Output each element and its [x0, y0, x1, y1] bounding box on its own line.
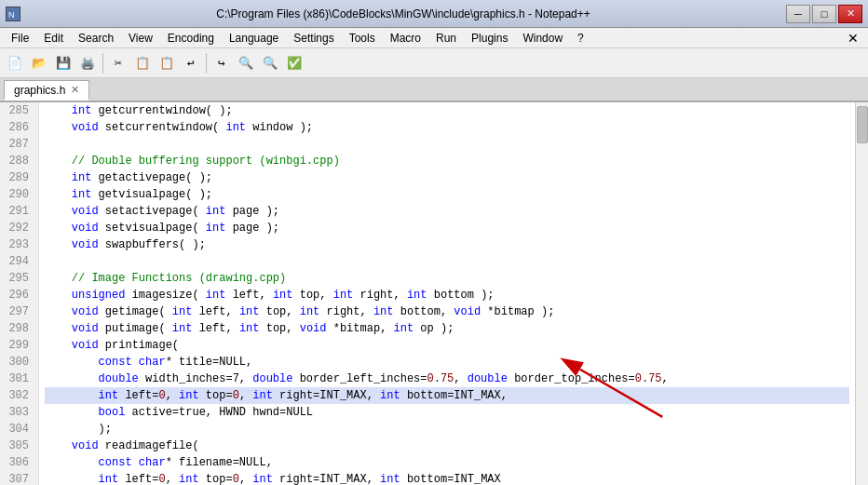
code-token — [45, 102, 72, 119]
code-token: int — [239, 303, 260, 320]
line-number: 298 — [6, 320, 33, 337]
line-number: 300 — [6, 354, 33, 370]
code-token: int — [179, 471, 199, 485]
toolbar-button-11[interactable]: ✅ — [283, 52, 305, 74]
menu-item-encoding[interactable]: Encoding — [160, 30, 222, 47]
code-token: int — [239, 320, 260, 337]
scrollbar[interactable] — [855, 102, 868, 485]
editor-container: 2852862872882892902912922932942952962972… — [0, 102, 868, 485]
code-token: int — [72, 102, 92, 119]
code-token: top, — [292, 287, 332, 303]
code-token: int — [99, 471, 119, 485]
line-number: 302 — [6, 387, 33, 404]
window-title: C:\Program Files (x86)\CodeBlocks\MinGW\… — [20, 7, 786, 20]
code-token: char — [139, 454, 166, 471]
line-number: 291 — [6, 203, 33, 220]
scrollbar-thumb[interactable] — [857, 106, 868, 143]
toolbar-button-0[interactable]: 📄 — [4, 52, 26, 74]
code-token: double — [468, 370, 508, 387]
code-token: bottom, — [394, 303, 454, 320]
maximize-button[interactable]: □ — [812, 5, 836, 23]
code-token: // Double buffering support (winbgi.cpp) — [72, 153, 340, 169]
menu-close-x[interactable]: ✕ — [842, 31, 864, 46]
code-token: bottom ); — [427, 287, 495, 303]
code-token: int — [407, 287, 427, 303]
minimize-button[interactable]: ─ — [786, 5, 810, 23]
code-token: // Image Functions (drawing.cpp) — [72, 270, 286, 287]
menu-item-search[interactable]: Search — [71, 30, 121, 47]
code-line: unsigned imagesize( int left, int top, i… — [45, 287, 849, 303]
code-token: swapbuffers( ); — [99, 236, 206, 253]
toolbar-button-3[interactable]: 🖨️ — [76, 52, 99, 74]
code-token: int — [172, 303, 193, 320]
menu-item-window[interactable]: Window — [515, 30, 570, 47]
menu-item-file[interactable]: File — [4, 30, 36, 47]
menu-item-macro[interactable]: Macro — [383, 30, 428, 47]
toolbar-button-8[interactable]: ↪ — [210, 52, 233, 74]
toolbar-button-7[interactable]: ↩ — [180, 52, 202, 74]
code-token: int — [225, 119, 246, 136]
line-number: 287 — [6, 136, 33, 153]
code-line: void printimage( — [45, 337, 849, 354]
menu-bar: FileEditSearchViewEncodingLanguageSettin… — [0, 28, 868, 48]
code-token — [45, 270, 72, 287]
code-token: void — [300, 320, 327, 337]
code-token: , — [166, 387, 179, 404]
menu-item-tools[interactable]: Tools — [342, 30, 383, 47]
code-token: * filename=NULL, — [166, 454, 273, 471]
code-token: 0 — [233, 471, 239, 485]
menu-item-settings[interactable]: Settings — [286, 30, 341, 47]
code-token: void — [72, 236, 99, 253]
tab-graphics-h[interactable]: graphics.h ✕ — [4, 80, 89, 101]
toolbar-button-1[interactable]: 📂 — [28, 52, 50, 74]
toolbar-button-5[interactable]: 📋 — [131, 52, 154, 74]
toolbar-button-9[interactable]: 🔍 — [235, 52, 257, 74]
toolbar-separator — [206, 53, 207, 74]
tab-close-button[interactable]: ✕ — [71, 84, 79, 96]
line-number: 301 — [6, 370, 33, 387]
line-numbers: 2852862872882892902912922932942952962972… — [0, 102, 39, 485]
code-token: page ); — [225, 220, 279, 236]
line-number: 304 — [6, 421, 33, 438]
close-button[interactable]: ✕ — [838, 5, 862, 23]
menu-item-plugins[interactable]: Plugins — [464, 30, 515, 47]
toolbar-button-6[interactable]: 📋 — [156, 52, 178, 74]
code-token: int — [179, 387, 199, 404]
code-line: void swapbuffers( ); — [45, 236, 849, 253]
code-token: right=INT_MAX, — [273, 471, 380, 485]
code-token: void — [72, 438, 99, 454]
code-token: int — [99, 387, 119, 404]
code-line: ); — [45, 421, 849, 438]
menu-item-?[interactable]: ? — [570, 30, 591, 47]
code-token: 0 — [233, 387, 239, 404]
code-token: double — [252, 370, 292, 387]
code-line: const char* filename=NULL, — [45, 454, 849, 471]
title-bar: N C:\Program Files (x86)\CodeBlocks\MinG… — [0, 0, 868, 28]
code-line: int left=0, int top=0, int right=INT_MAX… — [45, 387, 849, 404]
code-line: int getcurrentwindow( ); — [45, 102, 849, 119]
menu-item-edit[interactable]: Edit — [36, 30, 71, 47]
menu-item-language[interactable]: Language — [222, 30, 286, 47]
line-number: 286 — [6, 119, 33, 136]
menu-item-view[interactable]: View — [121, 30, 160, 47]
code-line: // Double buffering support (winbgi.cpp) — [45, 153, 849, 169]
line-number: 294 — [6, 253, 33, 270]
menu-item-run[interactable]: Run — [428, 30, 464, 47]
code-token: *bitmap, — [327, 320, 394, 337]
code-token: int — [206, 220, 226, 236]
code-token: readimagefile( — [99, 438, 199, 454]
code-line: void setactivepage( int page ); — [45, 203, 849, 220]
code-token: unsigned — [72, 287, 126, 303]
code-token: border_left_inches= — [292, 370, 427, 387]
code-line: int left=0, int top=0, int right=INT_MAX… — [45, 471, 849, 485]
toolbar-button-4[interactable]: ✂️ — [107, 52, 129, 74]
code-token: left, — [225, 287, 272, 303]
code-line: void putimage( int left, int top, void *… — [45, 320, 849, 337]
code-token: 0 — [158, 471, 165, 485]
code-token: int — [206, 203, 226, 220]
code-area[interactable]: int getcurrentwindow( ); void setcurrent… — [39, 102, 855, 485]
code-token: right, — [319, 303, 373, 320]
code-token: const — [99, 454, 132, 471]
toolbar-button-10[interactable]: 🔍 — [259, 52, 281, 74]
toolbar-button-2[interactable]: 💾 — [52, 52, 75, 74]
